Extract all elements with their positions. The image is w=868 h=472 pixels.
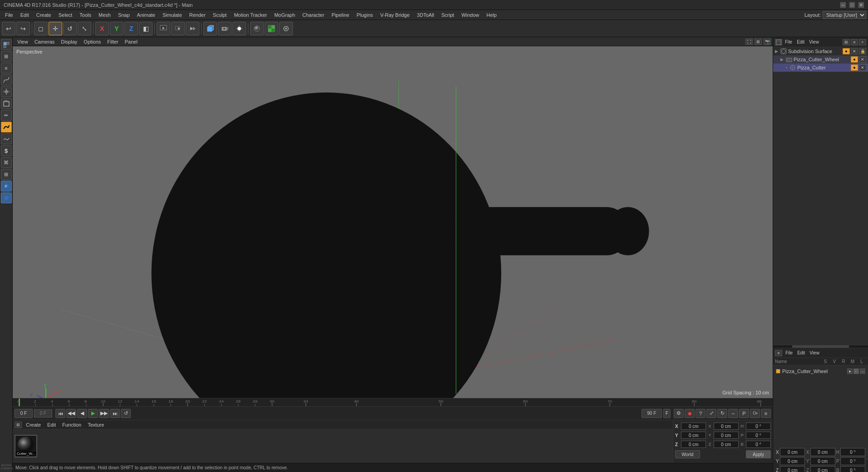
current-frame-input[interactable]: [34, 409, 52, 418]
menu-create[interactable]: Create: [33, 11, 54, 19]
plugin1-btn[interactable]: P: [1, 181, 12, 192]
attribs-view-menu[interactable]: View: [808, 350, 821, 355]
obj-icon2[interactable]: ≡: [851, 39, 858, 45]
vp-icon-cam[interactable]: 📷: [764, 39, 771, 45]
material-thumbnail[interactable]: Cutter_W...: [15, 435, 37, 457]
af-rot-p[interactable]: [840, 457, 865, 465]
play-back-btn[interactable]: ◀: [77, 409, 87, 418]
texture-btn[interactable]: [265, 22, 278, 35]
plugin2-btn[interactable]: [1, 192, 12, 203]
step-back-btn[interactable]: ◀◀: [66, 409, 76, 418]
af-rot-h[interactable]: [840, 448, 865, 456]
menu-sculpt[interactable]: Sculpt: [210, 11, 230, 19]
tree-vis-pizza-wheel[interactable]: ●: [851, 56, 858, 63]
af-size-y[interactable]: [810, 457, 835, 465]
tree-item-pizza-wheel[interactable]: ▶ Pizza_Cutter_Wheel ● ✕: [773, 55, 868, 64]
vp-icon-expand[interactable]: ⛶: [745, 39, 753, 45]
vp-menu-panel[interactable]: Panel: [122, 39, 140, 45]
menu-mesh[interactable]: Mesh: [95, 11, 114, 19]
checker-tool[interactable]: ⊞: [1, 51, 12, 62]
tc-move-btn[interactable]: ⤢: [706, 409, 716, 418]
world-btn[interactable]: World: [675, 450, 700, 458]
size-y-input[interactable]: [714, 432, 739, 439]
mat-menu-edit[interactable]: Edit: [45, 422, 58, 428]
render-settings-btn[interactable]: [279, 22, 293, 35]
tc-record-btn[interactable]: ⏺: [685, 409, 695, 418]
af-pos-y[interactable]: [780, 457, 805, 465]
vp-icon-grid[interactable]: ⊞: [755, 39, 762, 45]
tc-settings-btn[interactable]: ⚙: [674, 409, 684, 418]
spline-tool[interactable]: [1, 74, 12, 85]
scene-3d[interactable]: Perspective Grid Spacing : 10 cm: [13, 46, 773, 398]
redo-btn[interactable]: ↪: [16, 22, 30, 35]
af-pos-z[interactable]: [780, 466, 805, 472]
rot-b-input[interactable]: [746, 441, 771, 448]
menu-simulate[interactable]: Simulate: [159, 11, 185, 19]
move-tool-btn[interactable]: ✛: [49, 22, 62, 35]
goto-start-btn[interactable]: ⏮: [55, 409, 65, 418]
menu-help[interactable]: Help: [483, 11, 500, 19]
rot-h-input[interactable]: [746, 423, 771, 430]
menu-edit[interactable]: Edit: [17, 11, 32, 19]
maximize-btn[interactable]: □: [849, 2, 855, 8]
goto-end-btn[interactable]: ⏭: [110, 409, 120, 418]
brush-tool[interactable]: ⌘: [1, 157, 12, 168]
step-fwd-btn[interactable]: ▶▶: [99, 409, 109, 418]
menu-snap[interactable]: Snap: [115, 11, 133, 19]
vp-menu-cameras[interactable]: Cameras: [32, 39, 58, 45]
menu-vray[interactable]: V-Ray Bridge: [377, 11, 413, 19]
camera-btn[interactable]: [218, 22, 232, 35]
minimize-btn[interactable]: ─: [840, 2, 846, 8]
menu-3dtoall[interactable]: 3DToAll: [414, 11, 437, 19]
menu-mograph[interactable]: MoGraph: [271, 11, 298, 19]
menu-pipeline[interactable]: Pipeline: [328, 11, 352, 19]
obj-icon1[interactable]: ⊞: [843, 39, 850, 45]
vp-menu-filter[interactable]: Filter: [104, 39, 121, 45]
attribs-file-menu[interactable]: File: [784, 350, 794, 355]
menu-file[interactable]: File: [2, 11, 16, 19]
tc-key-btn[interactable]: [750, 409, 760, 418]
mat-menu-create[interactable]: Create: [24, 422, 43, 428]
af-size-z[interactable]: [810, 466, 835, 472]
object-mode-btn[interactable]: ◧: [139, 22, 153, 35]
mat-menu-function[interactable]: Function: [60, 422, 84, 428]
tree-item-pizza-cutter[interactable]: • Pizza_Cutter ● ✕: [773, 64, 868, 72]
y-axis-btn[interactable]: Y: [110, 22, 123, 35]
loop-btn[interactable]: ↺: [121, 409, 131, 418]
menu-character[interactable]: Character: [299, 11, 327, 19]
new-btn[interactable]: ◻: [34, 22, 48, 35]
undo-btn[interactable]: ↩: [2, 22, 15, 35]
pos-y-input[interactable]: [681, 432, 706, 439]
rotate-tool-btn[interactable]: ↺: [63, 22, 77, 35]
menu-script[interactable]: Script: [438, 11, 457, 19]
layers-tool[interactable]: ≡: [1, 63, 12, 74]
pos-z-input[interactable]: [681, 441, 706, 448]
apply-btn[interactable]: Apply: [746, 450, 771, 458]
size-z-input[interactable]: [714, 441, 739, 448]
menu-motion-tracker[interactable]: Motion Tracker: [231, 11, 270, 19]
af-rot-b[interactable]: [840, 466, 865, 472]
render-region-btn[interactable]: [171, 22, 185, 35]
sculpt2-tool[interactable]: [1, 133, 12, 144]
tree-item-subdivision[interactable]: ▶ Subdivision Surface ● ✕ 🔒: [773, 47, 868, 55]
scale-tool-btn[interactable]: ⤡: [78, 22, 91, 35]
sculpt-tool-active[interactable]: [1, 122, 12, 133]
tree-vis-icon-subdivision[interactable]: ●: [843, 48, 850, 54]
tc-list-btn[interactable]: ≡: [761, 409, 771, 418]
menu-select[interactable]: Select: [55, 11, 76, 19]
material-mgr-btn[interactable]: [250, 22, 264, 35]
attribs-edit-menu[interactable]: Edit: [796, 350, 806, 355]
menu-plugins[interactable]: Plugins: [353, 11, 376, 19]
attrib-icon-render[interactable]: [853, 369, 859, 374]
play-btn[interactable]: ▶: [88, 409, 98, 418]
menu-render[interactable]: Render: [186, 11, 209, 19]
tree-vis-pizza-cutter[interactable]: ●: [851, 64, 858, 71]
mat-menu-texture[interactable]: Texture: [85, 422, 106, 428]
size-x-input[interactable]: [714, 423, 739, 430]
vp-menu-display[interactable]: Display: [58, 39, 80, 45]
tc-help-btn[interactable]: ?: [695, 409, 705, 418]
box-tool[interactable]: [1, 98, 12, 109]
render-view-btn[interactable]: [157, 22, 170, 35]
obj-edit-menu[interactable]: Edit: [795, 39, 806, 44]
attrib-icon-minus[interactable]: —: [860, 369, 865, 374]
